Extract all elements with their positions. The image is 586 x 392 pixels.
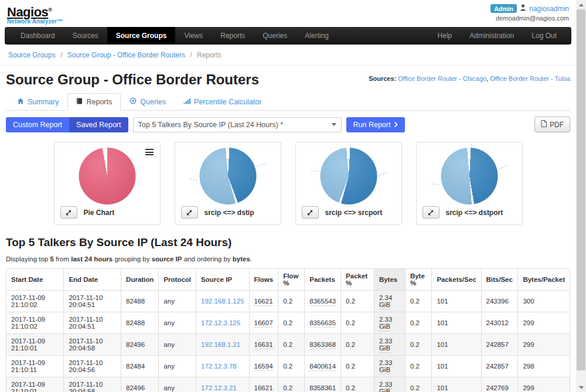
nav-item-views[interactable]: Views [175,27,212,45]
table-cell: any [159,356,196,377]
report-description: Displaying top 5 from last 24 hours grou… [6,255,570,263]
source-ip-link[interactable]: 192.168.1.21 [201,341,240,348]
nav-item-alerting[interactable]: Alerting [296,27,338,45]
table-cell: 8356635 [305,312,341,334]
pie-leader-line [498,165,507,169]
chart-panel-srcip-srcport: srcip <=> srcport [295,142,402,225]
column-header[interactable]: Source IP [196,269,250,291]
custom-report-button[interactable]: Custom Report [6,117,69,132]
column-header[interactable]: Packet % [341,269,374,291]
table-cell: 0.2 [341,334,374,356]
tab-label: Queries [140,98,166,106]
nav-item-reports[interactable]: Reports [212,27,254,45]
tab-label: Percentile Calculator [194,98,261,106]
column-header[interactable]: Flows [249,269,278,291]
chart-menu-icon[interactable] [145,149,154,157]
pie-chart [79,148,135,204]
expand-chart-button[interactable] [181,206,198,219]
signal-bars-icon [183,98,190,106]
tab-label: Reports [86,98,112,106]
expand-chart-button[interactable] [60,206,77,219]
nav-item-help[interactable]: Help [429,27,461,45]
table-cell: 299 [518,377,570,392]
table-cell: 0.2 [278,377,305,392]
column-header[interactable]: Packets/Sec [432,269,481,291]
column-header[interactable]: Packets [305,269,341,291]
scroll-down-icon[interactable] [576,383,586,392]
nav-item-dashboard[interactable]: Dashboard [12,27,64,45]
pie-chart [320,148,377,204]
source-ip-link[interactable]: 172.12.3.21 [201,384,237,391]
column-header[interactable]: Flow % [278,269,305,291]
table-cell: 2017-11-09 21:10:02 [6,291,64,312]
table-cell: 0.2 [405,291,431,312]
breadcrumb-source-group[interactable]: Source Group - Office Border Routers [67,51,185,59]
expand-chart-button[interactable] [302,206,319,219]
breadcrumb: Source Groups / Source Group - Office Bo… [0,45,576,66]
pdf-button[interactable]: PDF [534,117,570,132]
report-select[interactable]: Top 5 Talkers By Source IP (Last 24 Hour… [133,117,342,132]
expand-chart-button[interactable] [423,206,440,219]
table-cell: 2.33 GiB [374,377,405,392]
run-report-button[interactable]: Run Report [346,117,406,132]
table-cell: 0.2 [341,312,374,334]
table-cell: 8363368 [305,334,341,356]
nav-item-queries[interactable]: Queries [254,27,296,45]
table-cell: any [159,312,196,334]
source-link-tulsa[interactable]: Office Border Router - Tulsa [490,75,570,82]
table-cell: 242857 [481,334,518,356]
chart-panel-srcip-dstport: srcip <=> dstport [416,142,523,225]
tab-queries[interactable]: Queries [121,93,175,111]
table-cell: 0.2 [405,356,431,377]
source-ip-link[interactable]: 172.12.3.78 [201,363,237,370]
source-link-chicago[interactable]: Office Border Router - Chicago [398,75,486,82]
column-header[interactable]: Protocol [159,269,196,291]
column-header[interactable]: Duration [121,269,159,291]
table-cell: 2017-11-10 20:04:51 [64,291,121,312]
nagios-network-analyzer-page: Nagios® Network Analyzer™ Admin nagiosad… [0,0,586,392]
source-ip-link[interactable]: 192.168.1.125 [201,298,244,305]
nav-item-logout[interactable]: Log Out [523,27,565,45]
table-cell: 0.2 [278,312,305,334]
column-header[interactable]: Bytes [374,269,405,291]
breadcrumb-source-groups[interactable]: Source Groups [8,51,56,59]
column-header[interactable]: Bytes/Packet [518,269,570,291]
table-row: 2017-11-09 21:10:022017-11-10 20:04:5182… [6,312,570,334]
table-cell: 2017-11-10 20:04:58 [64,334,121,356]
column-header[interactable]: Byte % [405,269,431,291]
table-cell: 101 [432,312,481,334]
scrollbar-thumb[interactable] [577,9,585,370]
table-cell: 0.2 [278,334,305,356]
column-header[interactable]: End Date [64,269,121,291]
report-controls: Custom Report Saved Report Top 5 Talkers… [6,117,570,132]
report-table: Start DateEnd DateDurationProtocolSource… [6,268,570,392]
table-cell: 82496 [121,377,159,392]
file-pdf-icon [541,120,547,129]
table-cell: 2.33 GiB [374,312,405,334]
table-row: 2017-11-09 21:10:012017-11-10 20:04:5882… [6,377,570,392]
source-ip-link[interactable]: 172.12.3.125 [201,319,240,326]
admin-badge: Admin [490,4,517,13]
page-title: Source Group - Office Border Routers [6,71,259,88]
column-header[interactable]: Start Date [6,269,64,291]
nav-item-administration[interactable]: Administration [461,27,523,45]
nav-item-source-groups[interactable]: Source Groups [107,27,176,45]
saved-report-button[interactable]: Saved Report [69,117,128,132]
tab-reports[interactable]: Reports [67,93,121,111]
column-header[interactable]: Bits/Sec [481,269,518,291]
table-cell: 2.33 GiB [374,356,405,377]
tab-percentile-calculator[interactable]: Percentile Calculator [175,93,270,111]
nav-item-sources[interactable]: Sources [64,27,107,45]
chart-label: srcip <=> dstport [446,209,503,217]
scroll-up-icon[interactable] [576,0,586,9]
pdf-label: PDF [550,121,564,129]
table-cell: any [159,291,196,312]
table-cell: 192.168.1.21 [196,334,250,356]
nagios-logo[interactable]: Nagios® Network Analyzer™ [7,4,63,25]
tab-summary[interactable]: Summary [8,93,67,111]
username-link[interactable]: nagiosadmin [529,5,569,13]
table-row: 2017-11-09 21:10:022017-11-10 20:04:5182… [6,291,570,312]
table-cell: 16594 [249,356,278,377]
vertical-scrollbar[interactable] [576,0,586,392]
tab-bar: Summary Reports Queries [6,93,570,111]
